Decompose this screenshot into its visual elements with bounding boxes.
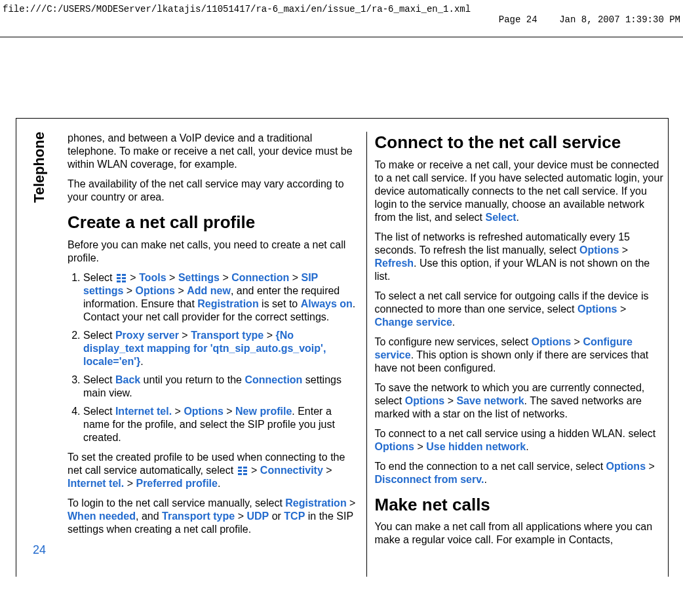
page-body: Telephone 24 phones, and between a VoIP … (16, 118, 669, 577)
page-label: Page 24 (499, 14, 537, 25)
make-net-calls-heading: Make net calls (375, 494, 665, 516)
step-3: Select Back until you return to the Conn… (83, 374, 357, 400)
create-profile-heading: Create a net call profile (68, 212, 357, 233)
step-1: Select > Tools > Settings > Connection >… (83, 271, 357, 324)
make-net-calls-body: You can make a net call from all applica… (375, 520, 665, 547)
section-tab: Telephone (31, 132, 48, 202)
save-network-paragraph: To save the network to which you are cur… (375, 381, 665, 421)
intro-paragraph-2: The availability of the net call service… (68, 178, 357, 204)
hidden-network-paragraph: To connect to a net call service using a… (375, 427, 665, 453)
connect-heading: Connect to the net call service (375, 132, 665, 153)
create-profile-intro: Before you can make net calls, you need … (68, 239, 357, 265)
side-tab-column: Telephone 24 (16, 119, 62, 577)
left-column: phones, and between a VoIP device and a … (62, 132, 367, 577)
print-header: file:///C:/USERS/MODEServer/lkatajis/110… (0, 0, 683, 37)
configure-service-paragraph: To configure new services, select Option… (375, 336, 665, 375)
right-column: Connect to the net call service To make … (367, 132, 669, 577)
manual-login-paragraph: To login to the net call service manuall… (68, 497, 357, 536)
change-service-paragraph: To select a net call service for outgoin… (375, 290, 665, 329)
menu-icon (117, 274, 126, 282)
refresh-paragraph: The list of networks is refreshed automa… (375, 231, 665, 283)
step-2: Select Proxy server > Transport type > {… (83, 329, 357, 368)
intro-paragraph-1: phones, and between a VoIP device and a … (68, 132, 357, 171)
auto-profile-paragraph: To set the created profile to be used wh… (68, 451, 357, 490)
connect-intro-paragraph: To make or receive a net call, your devi… (375, 159, 665, 224)
file-path: file:///C:/USERS/MODEServer/lkatajis/110… (3, 4, 471, 35)
create-profile-steps: Select > Tools > Settings > Connection >… (68, 271, 357, 444)
date-label: Jan 8, 2007 1:39:30 PM (559, 14, 680, 25)
menu-icon (238, 467, 247, 474)
page-number: 24 (33, 543, 46, 557)
page-date: Page 24 Jan 8, 2007 1:39:30 PM (477, 4, 680, 35)
disconnect-paragraph: To end the connection to a net call serv… (375, 460, 665, 486)
step-4: Select Internet tel. > Options > New pro… (83, 405, 357, 444)
content-columns: phones, and between a VoIP device and a … (62, 119, 668, 577)
